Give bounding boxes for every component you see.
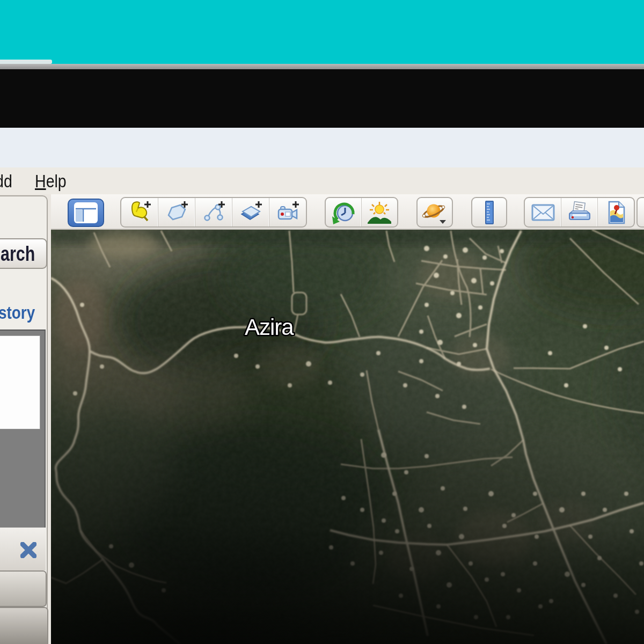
svg-text:Azira: Azira	[245, 314, 294, 340]
